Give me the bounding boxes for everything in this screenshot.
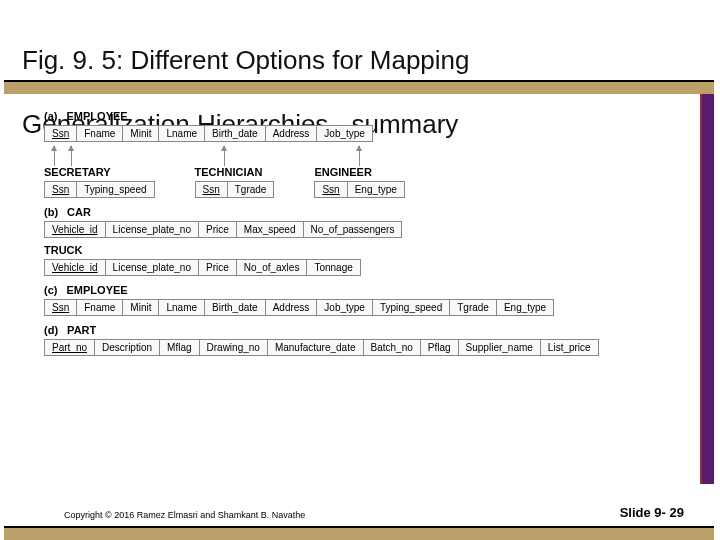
col: Mflag bbox=[160, 340, 199, 356]
col: Address bbox=[265, 300, 317, 316]
section-a-name: EMPLOYEE bbox=[67, 110, 128, 122]
col: Drawing_no bbox=[199, 340, 267, 356]
arrow-up-icon bbox=[54, 146, 55, 166]
section-d-name: PART bbox=[67, 324, 96, 336]
col: Fname bbox=[77, 126, 123, 142]
part-table: Part_no Description Mflag Drawing_no Man… bbox=[44, 339, 599, 356]
footer: Copyright © 2016 Ramez Elmasri and Shamk… bbox=[0, 484, 720, 540]
col: No_of_passengers bbox=[303, 222, 402, 238]
col: Ssn bbox=[315, 182, 347, 198]
slide-number: Slide 9- 29 bbox=[620, 505, 684, 520]
section-b-car-name: CAR bbox=[67, 206, 91, 218]
section-a-super-row: Ssn Fname Minit Lname Birth_date Address… bbox=[44, 125, 698, 142]
col: List_price bbox=[540, 340, 598, 356]
col: Max_speed bbox=[236, 222, 303, 238]
arrow-up-icon bbox=[359, 146, 360, 166]
col: Ssn bbox=[45, 126, 77, 142]
col: Tonnage bbox=[307, 260, 360, 276]
section-c-name: EMPLOYEE bbox=[67, 284, 128, 296]
col: Minit bbox=[123, 126, 159, 142]
col: Part_no bbox=[45, 340, 95, 356]
section-b-head: (b) CAR bbox=[44, 206, 698, 218]
col: License_plate_no bbox=[105, 260, 198, 276]
section-c-head: (c) EMPLOYEE bbox=[44, 284, 698, 296]
copyright-text: Copyright © 2016 Ramez Elmasri and Shamk… bbox=[64, 510, 305, 520]
employee-single-table: Ssn Fname Minit Lname Birth_date Address… bbox=[44, 299, 554, 316]
col: No_of_axles bbox=[236, 260, 307, 276]
col: License_plate_no bbox=[105, 222, 198, 238]
section-a-label: (a) bbox=[44, 110, 57, 122]
arrow-up-icon bbox=[224, 146, 225, 166]
section-a-arrows bbox=[44, 144, 698, 166]
col: Ssn bbox=[195, 182, 227, 198]
col: Description bbox=[95, 340, 160, 356]
sub-engineer-title: ENGINEER bbox=[314, 166, 405, 178]
section-b-label: (b) bbox=[44, 206, 58, 218]
col: Birth_date bbox=[205, 126, 266, 142]
section-d-head: (d) PART bbox=[44, 324, 698, 336]
col: Typing_speed bbox=[372, 300, 449, 316]
col: Job_type bbox=[317, 126, 373, 142]
col: Lname bbox=[159, 126, 205, 142]
employee-super-table: Ssn Fname Minit Lname Birth_date Address… bbox=[44, 125, 373, 142]
sub-engineer: ENGINEER Ssn Eng_type bbox=[314, 166, 405, 198]
header-accent-bar bbox=[4, 80, 714, 94]
col: Price bbox=[199, 260, 237, 276]
col: Batch_no bbox=[363, 340, 420, 356]
technician-table: Ssn Tgrade bbox=[195, 181, 275, 198]
col: Tgrade bbox=[227, 182, 274, 198]
sub-technician-title: TECHNICIAN bbox=[195, 166, 275, 178]
slide: Fig. 9. 5: Different Options for Mapping… bbox=[0, 0, 720, 540]
col: Ssn bbox=[45, 182, 77, 198]
col: Address bbox=[265, 126, 317, 142]
title-line1: Fig. 9. 5: Different Options for Mapping bbox=[22, 45, 470, 75]
header: Fig. 9. 5: Different Options for Mapping… bbox=[0, 0, 720, 94]
section-a-head: (a) EMPLOYEE bbox=[44, 110, 698, 122]
sub-secretary: SECRETARY Ssn Typing_speed bbox=[44, 166, 155, 198]
section-b-truck-head: TRUCK bbox=[44, 244, 698, 256]
col: Manufacture_date bbox=[267, 340, 363, 356]
col: Minit bbox=[123, 300, 159, 316]
section-a-subs: SECRETARY Ssn Typing_speed TECHNICIAN Ss… bbox=[44, 166, 698, 198]
car-table: Vehicle_id License_plate_no Price Max_sp… bbox=[44, 221, 402, 238]
section-b-truck-name: TRUCK bbox=[44, 244, 83, 256]
col: Typing_speed bbox=[77, 182, 154, 198]
secretary-table: Ssn Typing_speed bbox=[44, 181, 155, 198]
col: Birth_date bbox=[205, 300, 266, 316]
section-d-label: (d) bbox=[44, 324, 58, 336]
col: Fname bbox=[77, 300, 123, 316]
sub-secretary-title: SECRETARY bbox=[44, 166, 155, 178]
col: Pflag bbox=[420, 340, 458, 356]
engineer-table: Ssn Eng_type bbox=[314, 181, 405, 198]
content: (a) EMPLOYEE Ssn Fname Minit Lname Birth… bbox=[0, 94, 720, 484]
col: Eng_type bbox=[347, 182, 404, 198]
footer-accent-bar bbox=[4, 526, 714, 540]
section-c-row: Ssn Fname Minit Lname Birth_date Address… bbox=[44, 299, 698, 316]
col: Job_type bbox=[317, 300, 373, 316]
col: Eng_type bbox=[496, 300, 553, 316]
col: Lname bbox=[159, 300, 205, 316]
col: Supplier_name bbox=[458, 340, 540, 356]
col: Vehicle_id bbox=[45, 260, 106, 276]
arrow-up-icon bbox=[71, 146, 72, 166]
section-b-car-row: Vehicle_id License_plate_no Price Max_sp… bbox=[44, 221, 698, 238]
section-c-label: (c) bbox=[44, 284, 57, 296]
col: Vehicle_id bbox=[45, 222, 106, 238]
col: Price bbox=[199, 222, 237, 238]
sub-technician: TECHNICIAN Ssn Tgrade bbox=[195, 166, 275, 198]
col: Ssn bbox=[45, 300, 77, 316]
truck-table: Vehicle_id License_plate_no Price No_of_… bbox=[44, 259, 361, 276]
col: Tgrade bbox=[450, 300, 497, 316]
section-b-truck-row: Vehicle_id License_plate_no Price No_of_… bbox=[44, 259, 698, 276]
section-d-row: Part_no Description Mflag Drawing_no Man… bbox=[44, 339, 698, 356]
